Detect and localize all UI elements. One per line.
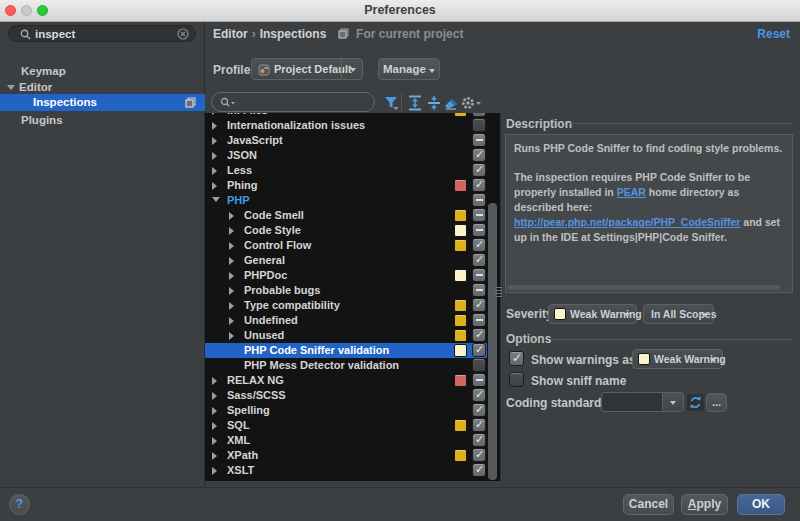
chevron-right-icon[interactable] [229,227,234,235]
inspection-checkbox[interactable] [472,208,486,222]
tree-row[interactable]: Probable bugs [205,283,487,298]
tree-row[interactable]: PHP [205,193,487,208]
chevron-right-icon[interactable] [212,452,217,460]
tree-row[interactable]: Sass/SCSS [205,388,487,403]
tree-row[interactable]: XPath [205,448,487,463]
chevron-right-icon[interactable] [229,332,234,340]
tree-row[interactable]: PHP Code Sniffer validation [205,343,487,358]
tree-row[interactable]: General [205,253,487,268]
chevron-right-icon[interactable] [212,113,217,115]
clear-filter-icon[interactable] [443,95,459,111]
tree-row[interactable]: Phing [205,178,487,193]
sidebar-item-inspections[interactable]: Inspections [0,94,205,111]
tree-row[interactable]: Less [205,163,487,178]
refresh-standards-button[interactable] [687,394,704,411]
inspection-checkbox[interactable] [472,118,486,132]
tree-row[interactable]: Type compatibility [205,298,487,313]
inspection-checkbox[interactable] [472,313,486,327]
inspection-checkbox[interactable] [472,283,486,297]
chevron-right-icon[interactable] [212,467,217,475]
pear-link[interactable]: PEAR [617,186,646,198]
manage-button[interactable]: Manage [378,58,440,80]
tree-row[interactable]: JSON [205,148,487,163]
inspection-checkbox[interactable] [472,163,486,177]
severity-select[interactable]: Weak Warning [548,304,637,324]
chevron-right-icon[interactable] [229,302,234,310]
inspection-checkbox[interactable] [472,268,486,282]
tree-row[interactable]: JavaScript [205,133,487,148]
chevron-right-icon[interactable] [212,152,217,160]
chevron-right-icon[interactable] [212,182,217,190]
chevron-right-icon[interactable] [229,317,234,325]
tree-row[interactable]: Spelling [205,403,487,418]
filter-icon[interactable] [383,95,399,111]
chevron-right-icon[interactable] [212,407,217,415]
inspection-checkbox[interactable] [472,448,486,462]
tree-row[interactable]: PHP Mess Detector validation [205,358,487,373]
chevron-down-icon[interactable] [212,197,220,202]
splitter-grip-icon[interactable] [495,287,502,299]
chevron-right-icon[interactable] [212,137,217,145]
show-warnings-select[interactable]: Weak Warning [632,349,723,369]
chevron-right-icon[interactable] [229,257,234,265]
tree-row[interactable]: Undefined [205,313,487,328]
breadcrumb-editor[interactable]: Editor [213,27,248,41]
chevron-right-icon[interactable] [229,272,234,280]
chevron-right-icon[interactable] [229,242,234,250]
chevron-right-icon[interactable] [212,167,217,175]
tree-row[interactable]: Unused [205,328,487,343]
chevron-right-icon[interactable] [212,122,217,130]
inspection-checkbox[interactable] [472,358,486,372]
inspection-checkbox[interactable] [472,193,486,207]
inspection-checkbox[interactable] [472,133,486,147]
chevron-right-icon[interactable] [212,377,217,385]
tree-row[interactable]: XML [205,433,487,448]
browse-standard-button[interactable]: ... [706,393,727,412]
inspection-checkbox[interactable] [472,463,486,477]
chevron-right-icon[interactable] [212,422,217,430]
inspection-checkbox[interactable] [472,373,486,387]
scope-select[interactable]: In All Scopes [643,304,714,324]
zoom-window-button[interactable] [37,5,48,16]
tree-row[interactable]: Code Smell [205,208,487,223]
inspection-checkbox[interactable] [472,178,486,192]
chevron-right-icon[interactable] [229,287,234,295]
chevron-down-icon[interactable] [7,85,15,90]
ok-button[interactable]: OK [737,494,785,515]
chevron-right-icon[interactable] [229,212,234,220]
tree-row[interactable]: Code Style [205,223,487,238]
chevron-right-icon[interactable] [212,392,217,400]
inspection-checkbox[interactable] [472,148,486,162]
description-hscrollbar[interactable] [508,285,780,290]
clear-search-icon[interactable] [177,28,189,40]
inspection-checkbox[interactable] [472,238,486,252]
apply-button[interactable]: Apply [681,494,728,515]
codesniffer-link[interactable]: http://pear.php.net/package/PHP_CodeSnif… [514,216,740,228]
inspection-checkbox[interactable] [472,343,486,357]
tree-row[interactable]: Ini Files [205,113,487,118]
inspection-checkbox[interactable] [472,253,486,267]
tree-row[interactable]: XSLT [205,463,487,478]
expand-all-icon[interactable] [407,95,423,111]
inspection-checkbox[interactable] [472,433,486,447]
tree-scrollbar[interactable] [488,203,497,480]
tree-row[interactable]: RELAX NG [205,373,487,388]
profile-select[interactable]: Project Default [251,58,363,80]
help-button[interactable]: ? [9,494,30,515]
close-window-button[interactable] [5,5,16,16]
minimize-window-button[interactable] [21,5,32,16]
chevron-right-icon[interactable] [212,437,217,445]
coding-standard-select[interactable] [601,392,684,412]
sidebar-item-editor[interactable]: Editor [0,79,205,95]
inspection-checkbox[interactable] [472,403,486,417]
sidebar-item-keymap[interactable]: Keymap [0,63,205,79]
sidebar-item-plugins[interactable]: Plugins [0,112,205,128]
inspection-checkbox[interactable] [472,328,486,342]
tree-row[interactable]: SQL [205,418,487,433]
inspection-checkbox[interactable] [472,298,486,312]
tree-row[interactable]: PHPDoc [205,268,487,283]
show-sniff-name-checkbox[interactable] [509,372,524,387]
collapse-all-icon[interactable] [426,95,442,111]
tree-row[interactable]: Control Flow [205,238,487,253]
inspection-checkbox[interactable] [472,113,486,117]
